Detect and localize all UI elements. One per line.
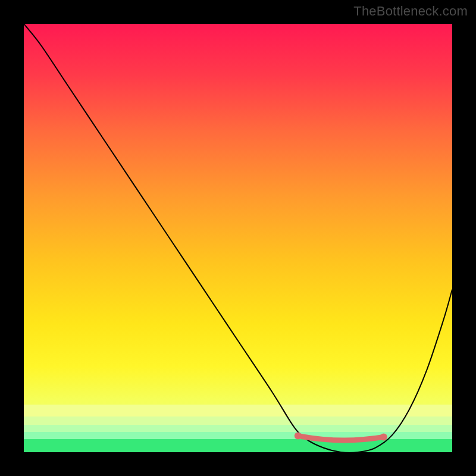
bottleneck-curve [24,24,452,452]
plot-area [24,24,452,452]
curve-svg [24,24,452,452]
optimal-range-start-dot [295,432,302,439]
chart-frame: TheBottleneck.com [0,0,476,476]
optimal-range-end-dot [380,433,387,440]
optimal-range-line [298,436,384,440]
watermark-text: TheBottleneck.com [353,4,468,19]
